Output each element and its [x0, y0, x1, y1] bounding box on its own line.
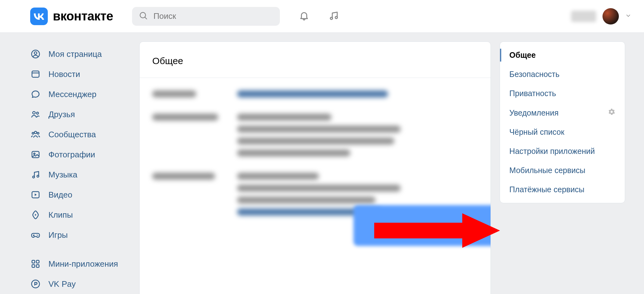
- svg-point-9: [36, 112, 39, 114]
- nav-vkpay[interactable]: VK Pay: [30, 275, 130, 293]
- profile-icon: [30, 49, 41, 59]
- svg-line-1: [145, 17, 147, 19]
- nav-label: Клипы: [48, 210, 73, 220]
- nav-photos[interactable]: Фотографии: [30, 146, 130, 163]
- settings-tab-general[interactable]: Общее: [500, 46, 625, 65]
- games-icon: [30, 230, 41, 240]
- nav-label: Новости: [48, 69, 80, 79]
- settings-tab-security[interactable]: Безопасность: [500, 65, 625, 84]
- svg-point-3: [335, 16, 337, 19]
- nav-music[interactable]: Музыка: [30, 166, 130, 183]
- search-box[interactable]: [132, 7, 280, 26]
- nav-label: Моя страница: [48, 49, 102, 59]
- nav-label: Друзья: [48, 110, 75, 119]
- brand-text: вконтакте: [53, 9, 113, 23]
- settings-tab-label: Чёрный список: [509, 128, 564, 137]
- news-icon: [30, 69, 41, 79]
- photos-icon: [30, 150, 41, 159]
- chevron-down-icon: [625, 13, 631, 20]
- svg-point-21: [37, 235, 38, 236]
- settings-tab-label: Настройки приложений: [509, 147, 595, 156]
- clips-icon: [30, 210, 41, 220]
- settings-tab-notifications[interactable]: Уведомления: [500, 103, 625, 122]
- messenger-icon: [30, 90, 41, 99]
- nav-label: Видео: [48, 190, 72, 200]
- music-nav-icon: [30, 170, 41, 179]
- settings-panel: Общее: [139, 41, 491, 294]
- nav-messenger[interactable]: Мессенджер: [30, 85, 130, 103]
- top-header: вконтакте: [0, 0, 644, 33]
- settings-tab-blacklist[interactable]: Чёрный список: [500, 122, 625, 142]
- nav-label: Мини-приложения: [48, 259, 118, 269]
- svg-rect-25: [36, 265, 39, 268]
- svg-point-20: [37, 235, 38, 236]
- svg-point-14: [34, 153, 35, 155]
- settings-tab-privacy[interactable]: Приватность: [500, 84, 625, 103]
- communities-icon: [30, 130, 41, 139]
- logo[interactable]: вконтакте: [30, 8, 113, 25]
- svg-point-15: [33, 176, 35, 178]
- svg-rect-23: [36, 260, 39, 263]
- svg-point-10: [34, 131, 37, 134]
- nav-friends[interactable]: Друзья: [30, 106, 130, 123]
- search-input[interactable]: [153, 11, 273, 21]
- svg-rect-22: [32, 260, 35, 263]
- settings-tab-mobile-services[interactable]: Мобильные сервисы: [500, 161, 625, 180]
- nav-label: Фотографии: [48, 150, 95, 160]
- nav-label: Сообщества: [48, 130, 96, 139]
- nav-clips[interactable]: Клипы: [30, 206, 130, 224]
- svg-point-16: [37, 175, 39, 177]
- account-menu[interactable]: [571, 8, 631, 24]
- vkpay-icon: [30, 279, 41, 289]
- settings-tab-payment-services[interactable]: Платёжные сервисы: [500, 180, 625, 199]
- nav-label: Игры: [48, 230, 68, 240]
- tooltip-blurred: [353, 205, 491, 246]
- settings-tab-label: Мобильные сервисы: [509, 166, 586, 175]
- svg-point-5: [34, 52, 37, 54]
- settings-nav: Общее Безопасность Приватность Уведомлен…: [500, 41, 625, 203]
- nav-label: VK Pay: [48, 279, 76, 289]
- gear-icon[interactable]: [608, 108, 615, 117]
- settings-tab-label: Общее: [509, 51, 536, 60]
- vk-logo-icon: [30, 8, 48, 25]
- svg-point-12: [37, 132, 39, 134]
- video-icon: [30, 190, 41, 199]
- miniapps-icon: [30, 259, 41, 269]
- nav-video[interactable]: Видео: [30, 186, 130, 204]
- nav-my-page[interactable]: Моя страница: [30, 45, 130, 63]
- nav-games[interactable]: Игры: [30, 226, 130, 244]
- notifications-icon[interactable]: [299, 10, 309, 22]
- settings-tab-app-settings[interactable]: Настройки приложений: [500, 142, 625, 161]
- svg-rect-24: [32, 265, 35, 268]
- svg-point-8: [33, 112, 35, 114]
- music-icon[interactable]: [328, 10, 339, 22]
- settings-tab-label: Безопасность: [509, 70, 559, 79]
- settings-tab-label: Уведомления: [509, 108, 558, 117]
- nav-label: Мессенджер: [48, 90, 97, 99]
- avatar: [602, 8, 619, 24]
- nav-miniapps[interactable]: Мини-приложения: [30, 255, 130, 273]
- settings-tab-label: Приватность: [509, 89, 556, 98]
- username-obscured: [571, 11, 596, 22]
- nav-news[interactable]: Новости: [30, 65, 130, 83]
- friends-icon: [30, 110, 41, 119]
- search-icon: [139, 11, 148, 21]
- nav-communities[interactable]: Сообщества: [30, 126, 130, 143]
- nav-label: Музыка: [48, 170, 77, 180]
- left-nav: Моя страница Новости Мессенджер Друзья: [30, 41, 130, 294]
- page-title: Общее: [152, 56, 478, 66]
- svg-point-2: [330, 17, 332, 19]
- settings-tab-label: Платёжные сервисы: [509, 185, 585, 194]
- svg-point-11: [32, 132, 34, 134]
- svg-rect-6: [32, 71, 39, 77]
